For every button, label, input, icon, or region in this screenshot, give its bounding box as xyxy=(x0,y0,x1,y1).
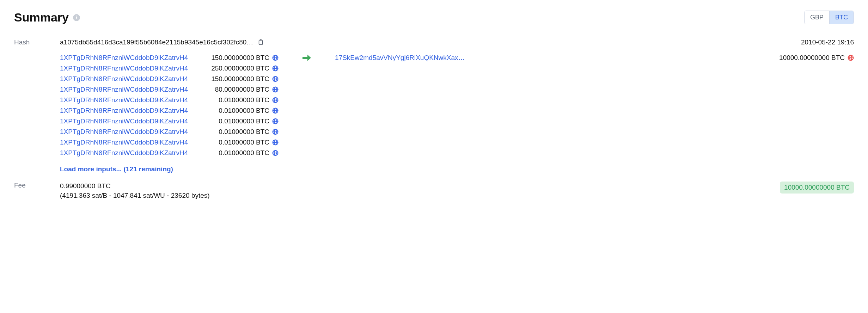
input-amount: 0.01000000 BTC xyxy=(219,139,269,146)
page-title: Summary i xyxy=(14,11,80,24)
globe-icon[interactable] xyxy=(272,65,279,72)
svg-rect-0 xyxy=(259,40,263,45)
hash-value: a1075db55d416d3ca199f55b6084e2115b9345e1… xyxy=(60,38,253,46)
input-row: 1XPTgDRhN8RFnzniWCddobD9iKZatrvH40.01000… xyxy=(60,137,279,148)
globe-icon[interactable] xyxy=(272,150,279,156)
copy-icon[interactable] xyxy=(257,39,264,46)
currency-toggle: GBP BTC xyxy=(804,11,854,24)
input-row: 1XPTgDRhN8RFnzniWCddobD9iKZatrvH480.0000… xyxy=(60,84,279,95)
input-amount: 0.01000000 BTC xyxy=(219,149,269,157)
hash-label: Hash xyxy=(14,38,60,46)
input-amount: 0.01000000 BTC xyxy=(219,107,269,115)
output-row: 17SkEw2md5avVNyYgj6RiXuQKNwkXaxF…10000.0… xyxy=(335,53,854,63)
input-address-link[interactable]: 1XPTgDRhN8RFnzniWCddobD9iKZatrvH4 xyxy=(60,86,188,93)
input-address-link[interactable]: 1XPTgDRhN8RFnzniWCddobD9iKZatrvH4 xyxy=(60,128,188,136)
input-row: 1XPTgDRhN8RFnzniWCddobD9iKZatrvH4150.000… xyxy=(60,74,279,84)
input-amount: 150.00000000 BTC xyxy=(211,75,269,83)
output-amount: 10000.00000000 BTC xyxy=(779,54,845,62)
inputs-column: 1XPTgDRhN8RFnzniWCddobD9iKZatrvH4150.000… xyxy=(60,53,279,173)
transaction-timestamp: 2010-05-22 19:16 xyxy=(801,38,854,46)
input-amount: 150.00000000 BTC xyxy=(211,54,269,62)
input-amount: 250.00000000 BTC xyxy=(211,65,269,72)
input-amount: 0.01000000 BTC xyxy=(219,96,269,104)
globe-icon[interactable] xyxy=(272,86,279,93)
fee-info: 0.99000000 BTC (4191.363 sat/B - 1047.84… xyxy=(60,182,210,200)
input-address-link[interactable]: 1XPTgDRhN8RFnzniWCddobD9iKZatrvH4 xyxy=(60,139,188,146)
globe-icon[interactable] xyxy=(848,55,854,61)
currency-option-gbp[interactable]: GBP xyxy=(805,11,829,24)
globe-icon[interactable] xyxy=(272,139,279,146)
outputs-column: 17SkEw2md5avVNyYgj6RiXuQKNwkXaxF…10000.0… xyxy=(335,53,854,63)
input-address-link[interactable]: 1XPTgDRhN8RFnzniWCddobD9iKZatrvH4 xyxy=(60,96,188,104)
input-row: 1XPTgDRhN8RFnzniWCddobD9iKZatrvH4250.000… xyxy=(60,63,279,74)
fee-amount: 0.99000000 BTC xyxy=(60,182,210,191)
input-address-link[interactable]: 1XPTgDRhN8RFnzniWCddobD9iKZatrvH4 xyxy=(60,107,188,115)
output-address-link[interactable]: 17SkEw2md5avVNyYgj6RiXuQKNwkXaxF… xyxy=(335,54,469,62)
title-text: Summary xyxy=(14,11,69,24)
input-address-link[interactable]: 1XPTgDRhN8RFnzniWCddobD9iKZatrvH4 xyxy=(60,149,188,157)
input-row: 1XPTgDRhN8RFnzniWCddobD9iKZatrvH4150.000… xyxy=(60,53,279,63)
input-address-link[interactable]: 1XPTgDRhN8RFnzniWCddobD9iKZatrvH4 xyxy=(60,75,188,83)
input-amount: 0.01000000 BTC xyxy=(219,117,269,125)
io-section: 1XPTgDRhN8RFnzniWCddobD9iKZatrvH4150.000… xyxy=(60,53,854,173)
svg-rect-1 xyxy=(260,39,262,41)
input-row: 1XPTgDRhN8RFnzniWCddobD9iKZatrvH40.01000… xyxy=(60,95,279,105)
input-row: 1XPTgDRhN8RFnzniWCddobD9iKZatrvH40.01000… xyxy=(60,127,279,137)
arrow-icon xyxy=(279,53,335,64)
total-output-badge: 10000.00000000 BTC xyxy=(780,182,854,194)
fee-label: Fee xyxy=(14,182,60,189)
globe-icon[interactable] xyxy=(272,55,279,61)
globe-icon[interactable] xyxy=(272,118,279,124)
input-row: 1XPTgDRhN8RFnzniWCddobD9iKZatrvH40.01000… xyxy=(60,148,279,158)
info-icon[interactable]: i xyxy=(73,14,80,21)
input-amount: 0.01000000 BTC xyxy=(219,128,269,136)
summary-header: Summary i GBP BTC xyxy=(14,11,854,24)
input-address-link[interactable]: 1XPTgDRhN8RFnzniWCddobD9iKZatrvH4 xyxy=(60,117,188,125)
input-address-link[interactable]: 1XPTgDRhN8RFnzniWCddobD9iKZatrvH4 xyxy=(60,54,188,62)
fee-detail: (4191.363 sat/B - 1047.841 sat/WU - 2362… xyxy=(60,191,210,201)
load-more-inputs[interactable]: Load more inputs... (121 remaining) xyxy=(60,165,279,173)
globe-icon[interactable] xyxy=(272,97,279,103)
globe-icon[interactable] xyxy=(272,108,279,114)
input-address-link[interactable]: 1XPTgDRhN8RFnzniWCddobD9iKZatrvH4 xyxy=(60,65,188,72)
hash-row: Hash a1075db55d416d3ca199f55b6084e2115b9… xyxy=(14,38,854,173)
input-amount: 80.00000000 BTC xyxy=(215,86,269,93)
input-row: 1XPTgDRhN8RFnzniWCddobD9iKZatrvH40.01000… xyxy=(60,105,279,116)
globe-icon[interactable] xyxy=(272,76,279,82)
globe-icon[interactable] xyxy=(272,129,279,135)
currency-option-btc[interactable]: BTC xyxy=(829,11,854,24)
input-row: 1XPTgDRhN8RFnzniWCddobD9iKZatrvH40.01000… xyxy=(60,116,279,127)
fee-row: Fee 0.99000000 BTC (4191.363 sat/B - 104… xyxy=(14,182,854,200)
